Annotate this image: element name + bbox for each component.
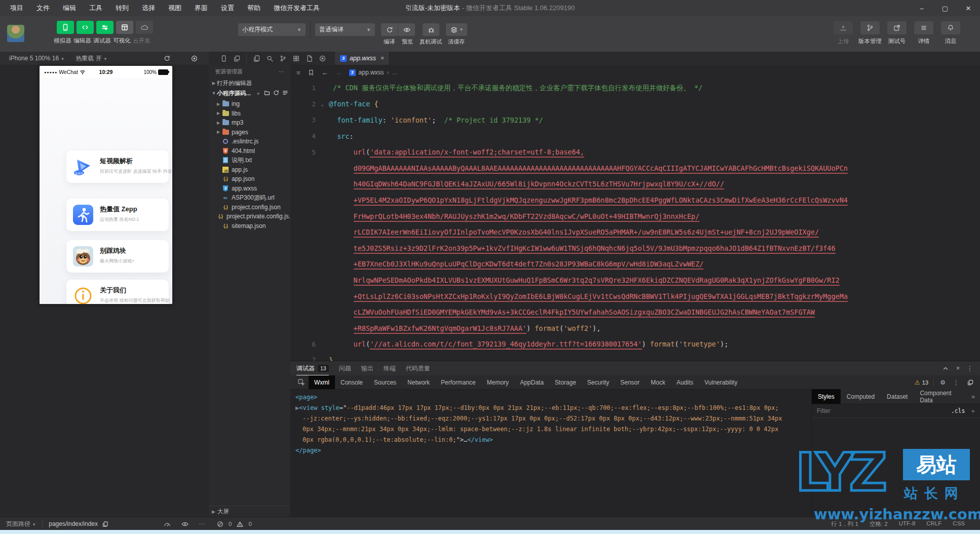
file-icon[interactable] (303, 53, 316, 64)
editor-toggle-button[interactable] (77, 21, 94, 34)
dock-side-icon[interactable] (967, 379, 974, 386)
wxml-node[interactable]: 0px 34px;--mnmn:21px 34px 0px 34px;--lml… (295, 424, 811, 435)
eye-icon[interactable] (181, 520, 189, 528)
new-file-icon[interactable]: ＋ (255, 90, 261, 97)
extensions-icon[interactable] (289, 53, 303, 64)
terminal-tab[interactable]: 终端 (384, 364, 396, 373)
devtools-tab-performance[interactable]: Performance (435, 375, 481, 389)
open-editors-section[interactable]: ▶ 打开的编辑器 (209, 78, 290, 88)
upload-button[interactable] (834, 21, 853, 34)
output-tab[interactable]: 输出 (361, 364, 373, 373)
file-item[interactable]: {..}app.json (209, 174, 290, 184)
new-folder-icon[interactable] (264, 90, 270, 97)
more-dots-icon[interactable]: ⋯ (199, 520, 205, 527)
card-about[interactable]: 关于我们 不会使用 或有问题可点我获取帮助 (66, 280, 169, 304)
menu-item-10[interactable]: 微信开发者工具 (274, 4, 320, 13)
file-item[interactable]: 3app.wxss (209, 184, 290, 194)
current-page-path[interactable]: pages/index/index (49, 520, 98, 527)
wxml-node[interactable]: <page> (295, 392, 811, 403)
file-item[interactable]: ▶libs (209, 109, 290, 119)
file-item[interactable]: {..}project.config.json (209, 203, 290, 212)
hot-reload-toggle[interactable]: 热重载 开 ▼ (76, 54, 107, 63)
phone-screen[interactable]: ●●●●● WeChat 10:29 100% ●●● 去水印 短视频解析 目前… (40, 66, 172, 304)
performance-gauge-icon[interactable] (163, 520, 171, 528)
toggle-windows-icon[interactable] (230, 53, 243, 64)
card-zepp[interactable]: 热量值 Zepp 运动热量 排名NO.1 (66, 199, 169, 231)
file-item[interactable]: 说明.txt (209, 156, 290, 165)
wxml-node[interactable]: ▶<view style="--d1padd:46px 17px 17px 17… (295, 403, 811, 413)
mode-dropdown[interactable]: 小程序模式 ▼ (238, 23, 306, 36)
menu-item-0[interactable]: 项目 (10, 4, 23, 13)
remote-debug-button[interactable] (423, 23, 439, 36)
collapse-all-icon[interactable] (282, 90, 288, 97)
compile-mode-dropdown[interactable]: 普通编译 ▼ (315, 23, 375, 36)
status-item-2[interactable]: UTF-8 (899, 520, 916, 528)
more-tabs-icon[interactable]: » (971, 393, 980, 400)
settings-gear-icon[interactable]: ⚙ (940, 379, 946, 386)
test-account-button[interactable] (887, 21, 907, 34)
device-selector[interactable]: iPhone 5 100% 16 ▼ (9, 55, 64, 62)
close-button[interactable]: ✕ (957, 0, 980, 16)
cloud-dev-button[interactable] (136, 21, 153, 34)
devtools-tab-sources[interactable]: Sources (368, 375, 402, 389)
styles-tab-component-data[interactable]: Component Data (914, 389, 971, 404)
file-item[interactable]: ∞ASP300源码.url (209, 193, 290, 203)
big-screen-row[interactable]: ▶ 大屏 (209, 506, 290, 517)
menu-item-9[interactable]: 帮助 (247, 4, 260, 13)
styles-tab-styles[interactable]: Styles (812, 389, 841, 404)
tab-close-icon[interactable]: × (381, 55, 384, 62)
problems-tab[interactable]: 问题 (339, 364, 351, 373)
run-debug-icon[interactable] (316, 53, 329, 64)
visualization-toggle-button[interactable] (116, 21, 133, 34)
menu-item-5[interactable]: 选择 (142, 4, 155, 13)
source-control-icon[interactable] (276, 53, 289, 64)
devtools-tab-mock[interactable]: Mock (645, 375, 671, 389)
menu-item-8[interactable]: 设置 (221, 4, 234, 13)
code-quality-tab[interactable]: 代码质量 (406, 364, 430, 373)
search-icon[interactable] (263, 53, 276, 64)
devtools-tab-security[interactable]: Security (582, 375, 615, 389)
status-item-0[interactable]: 行 1，列 1 (831, 520, 858, 528)
avatar[interactable] (7, 25, 24, 42)
devtools-tab-wxml[interactable]: Wxml (309, 375, 335, 389)
close-panel-icon[interactable]: × (956, 365, 960, 372)
menu-item-3[interactable]: 工具 (89, 4, 102, 13)
compile-button[interactable] (381, 23, 398, 36)
tab-app-wxss[interactable]: 3 app.wxss × (335, 52, 390, 65)
card-game[interactable]: 别踩鸡块 爆火网络小游戏+ (66, 240, 169, 273)
inspect-element-icon[interactable] (294, 377, 308, 388)
details-button[interactable] (914, 21, 933, 34)
debugger-toggle-button[interactable] (96, 21, 114, 34)
page-path-selector[interactable]: 页面路径 ▼ (6, 520, 36, 528)
rotate-icon[interactable] (163, 55, 171, 62)
devtools-tab-network[interactable]: Network (402, 375, 435, 389)
menu-item-7[interactable]: 界面 (195, 4, 208, 13)
styles-tab-dataset[interactable]: Dataset (881, 389, 914, 404)
devtools-tab-audits[interactable]: Audits (671, 375, 699, 389)
wxml-inspector[interactable]: <page>▶<view style="--d1padd:46px 17px 1… (290, 389, 811, 517)
more-vertical-icon[interactable]: ⋮ (967, 365, 973, 372)
more-actions-icon[interactable]: ⋯ (279, 68, 284, 75)
more-vertical-icon[interactable]: ⋮ (953, 379, 959, 386)
copy-path-icon[interactable] (102, 521, 108, 527)
warning-counter[interactable]: ⚠ 13 (915, 379, 934, 386)
minimize-button[interactable]: – (910, 0, 933, 16)
wxml-node[interactable]: 0px rgba(0,0,0,0.1);--te:absolute;--lin:… (295, 435, 811, 445)
devtools-tab-appdata[interactable]: AppData (514, 375, 549, 389)
devtools-tab-vulnerability[interactable]: Vulnerability (699, 375, 743, 389)
devtools-tab-storage[interactable]: Storage (549, 375, 582, 389)
preview-button[interactable] (398, 23, 415, 36)
menu-item-6[interactable]: 视图 (168, 4, 181, 13)
status-item-4[interactable]: CSS (953, 520, 965, 528)
devtools-tab-memory[interactable]: Memory (481, 375, 514, 389)
styles-tab-computed[interactable]: Computed (841, 389, 881, 404)
refresh-icon[interactable] (273, 90, 279, 97)
status-item-1[interactable]: 空格: 2 (870, 520, 888, 528)
wxml-node[interactable]: --jz:center;--ys:hidden;--bb:fixed;--eqz… (295, 413, 811, 424)
nav-back-icon[interactable]: ← (322, 69, 328, 77)
file-item[interactable]: ▶mp3 (209, 118, 290, 128)
file-item[interactable]: {..}sitemap.json (209, 221, 290, 231)
clear-cache-button[interactable]: ▼ (446, 23, 467, 36)
bookmark-icon[interactable] (308, 69, 315, 76)
maximize-button[interactable]: ▢ (933, 0, 957, 16)
